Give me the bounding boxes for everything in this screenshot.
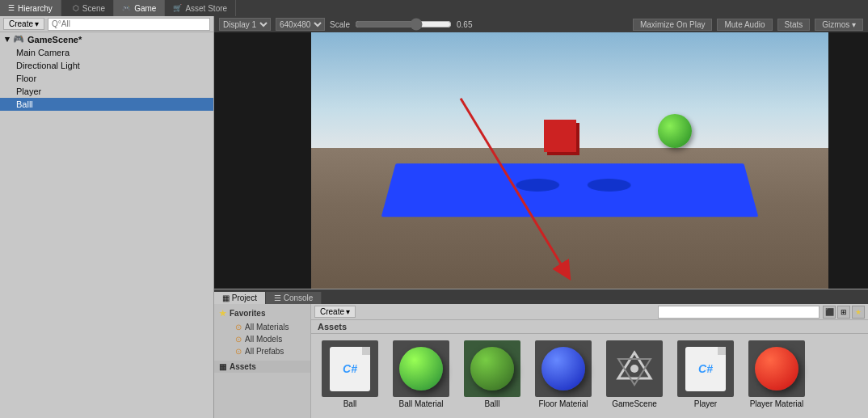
game-icon: 🎮 xyxy=(122,4,131,12)
asset-player-script[interactable]: C# Player xyxy=(673,340,738,408)
asset-ball-material[interactable]: Ball Material xyxy=(389,340,453,408)
search-circle-icon: ⊙ xyxy=(235,323,242,331)
project-sidebar: ★ Favorites ⊙ All Materials ⊙ All Models xyxy=(214,304,311,418)
main-layout: Create ▾ ▾ 🎮 GameScene* Main Camera Dire… xyxy=(0,16,868,418)
search-icon-buttons: ⬛ ⊞ ★ xyxy=(823,306,865,319)
asset-floor-material-label: Floor Material xyxy=(538,399,588,408)
asset-balll[interactable]: Balll xyxy=(460,340,525,408)
asset-floor-material[interactable]: Floor Material xyxy=(531,340,596,408)
project-sidebar-header: ★ Favorites xyxy=(214,307,310,319)
tab-asset-store[interactable]: 🛒 Asset Store xyxy=(165,0,236,16)
asset-player-icon-wrapper: C# xyxy=(677,340,734,397)
asset-ball-label: Ball xyxy=(343,399,357,408)
project-icon: ▦ xyxy=(222,293,230,302)
hierarchy-item-main-camera[interactable]: Main Camera xyxy=(0,46,213,59)
asset-balll-label: Balll xyxy=(485,399,500,408)
search-circle-icon-3: ⊙ xyxy=(235,347,242,356)
search-star-button[interactable]: ★ xyxy=(852,306,865,319)
bottom-section: ▦ Project ☰ Console ★ Favorites xyxy=(214,289,868,418)
green-sphere-icon xyxy=(399,347,443,391)
asset-gamescene[interactable]: GameScene xyxy=(602,340,667,408)
gizmos-dropdown-icon: ▾ xyxy=(852,20,856,29)
hierarchy-create-button[interactable]: Create ▾ xyxy=(3,18,44,30)
hierarchy-item-balll[interactable]: Balll xyxy=(0,98,213,111)
favorites-star-icon: ★ xyxy=(219,309,226,318)
tab-hierarchy[interactable]: ☰ Hierarchy xyxy=(0,0,61,16)
hierarchy-search-input[interactable] xyxy=(48,18,210,31)
red-sphere-icon xyxy=(755,347,798,391)
asset-ball-material-icon-wrapper xyxy=(393,340,449,397)
arrow-overlay xyxy=(311,32,828,289)
dropdown-arrow-icon: ▾ xyxy=(35,19,39,28)
asset-ball-script[interactable]: C# Ball xyxy=(318,340,382,408)
assets-grid: C# Ball Ball Material xyxy=(311,334,868,418)
asset-player-material-label: Player Material xyxy=(750,399,804,408)
project-main: Create ▾ ⬛ ⊞ ★ Asset xyxy=(311,304,868,418)
assets-sidebar-section: ▦ Assets xyxy=(214,361,310,373)
scale-value-display: 0.65 xyxy=(457,20,472,29)
tab-project[interactable]: ▦ Project xyxy=(214,292,266,304)
hierarchy-panel: Create ▾ ▾ 🎮 GameScene* Main Camera Dire… xyxy=(0,16,214,418)
search-filter-button[interactable]: ⬛ xyxy=(823,306,836,319)
asset-player-material-icon-wrapper xyxy=(748,340,805,397)
game-scene xyxy=(311,32,828,289)
tab-game[interactable]: 🎮 Game xyxy=(114,0,165,16)
blue-sphere-icon xyxy=(541,347,585,391)
sidebar-item-all-materials[interactable]: ⊙ All Materials xyxy=(214,321,310,333)
assets-folder-header[interactable]: ▦ Assets xyxy=(214,361,310,373)
scene-tab-icon: ⬡ xyxy=(73,4,79,12)
project-search-input[interactable] xyxy=(658,306,820,319)
hierarchy-item-player[interactable]: Player xyxy=(0,85,213,98)
project-create-dropdown-icon: ▾ xyxy=(346,307,350,316)
assets-main-header: Assets xyxy=(311,320,868,334)
gizmos-button[interactable]: Gizmos ▾ xyxy=(815,19,863,31)
asset-player-material[interactable]: Player Material xyxy=(744,340,809,408)
bottom-layout: ★ Favorites ⊙ All Materials ⊙ All Models xyxy=(214,304,868,418)
asset-floor-material-icon-wrapper xyxy=(535,340,592,397)
hierarchy-item-directional-light[interactable]: Directional Light xyxy=(0,59,213,72)
hierarchy-scene-root[interactable]: ▾ 🎮 GameScene* xyxy=(0,32,213,46)
right-panel: Display 1 640x480 Scale 0.65 Maximize On… xyxy=(214,16,868,418)
asset-balll-icon-wrapper xyxy=(464,340,520,397)
asset-player-label: Player xyxy=(694,399,717,408)
maximize-on-play-button[interactable]: Maximize On Play xyxy=(633,19,713,31)
console-icon: ☰ xyxy=(274,293,281,302)
csharp-script-icon-player: C# xyxy=(685,347,726,391)
dark-green-sphere-icon xyxy=(470,347,514,391)
svg-line-1 xyxy=(461,99,566,272)
svg-point-4 xyxy=(630,365,638,373)
asset-ball-material-label: Ball Material xyxy=(398,399,443,408)
tab-scene[interactable]: ⬡ Scene xyxy=(65,0,114,16)
project-search-area: ⬛ ⊞ ★ xyxy=(658,306,865,319)
scale-slider[interactable] xyxy=(355,18,452,31)
sidebar-item-all-prefabs[interactable]: ⊙ All Prefabs xyxy=(214,345,310,357)
game-toolbar: Display 1 640x480 Scale 0.65 Maximize On… xyxy=(214,16,868,32)
sidebar-item-all-models[interactable]: ⊙ All Models xyxy=(214,333,310,345)
project-toolbar: Create ▾ ⬛ ⊞ ★ xyxy=(311,304,868,320)
top-bar: ☰ Hierarchy ⬡ Scene 🎮 Game 🛒 Asset Store xyxy=(0,0,868,16)
hierarchy-toolbar: Create ▾ xyxy=(0,16,213,32)
favorites-section: ⊙ All Materials ⊙ All Models ⊙ All Prefa… xyxy=(214,321,310,357)
tab-console[interactable]: ☰ Console xyxy=(266,292,322,304)
bottom-tabs: ▦ Project ☰ Console xyxy=(214,289,868,304)
search-circle-icon-2: ⊙ xyxy=(235,335,242,344)
hierarchy-scene-icon: 🎮 xyxy=(13,34,24,44)
project-create-button[interactable]: Create ▾ xyxy=(314,306,356,318)
hierarchy-list: ▾ 🎮 GameScene* Main Camera Directional L… xyxy=(0,32,213,418)
hierarchy-item-floor[interactable]: Floor xyxy=(0,72,213,85)
hierarchy-icon: ☰ xyxy=(8,4,15,12)
stats-button[interactable]: Stats xyxy=(777,19,811,31)
display-selector[interactable]: Display 1 xyxy=(219,18,271,31)
search-toggle-button[interactable]: ⊞ xyxy=(837,306,850,319)
resolution-selector[interactable]: 640x480 xyxy=(276,18,325,31)
mute-audio-button[interactable]: Mute Audio xyxy=(717,19,772,31)
scene-arrow-icon: ▾ xyxy=(5,34,10,44)
asset-ball-icon-wrapper: C# xyxy=(322,340,378,397)
store-icon: 🛒 xyxy=(173,4,182,12)
asset-gamescene-icon-wrapper xyxy=(606,340,663,397)
game-canvas xyxy=(214,32,868,289)
assets-folder-icon: ▦ xyxy=(219,362,226,371)
csharp-script-icon-ball: C# xyxy=(330,347,370,391)
unity-logo-icon xyxy=(615,349,654,388)
asset-gamescene-label: GameScene xyxy=(612,399,657,408)
